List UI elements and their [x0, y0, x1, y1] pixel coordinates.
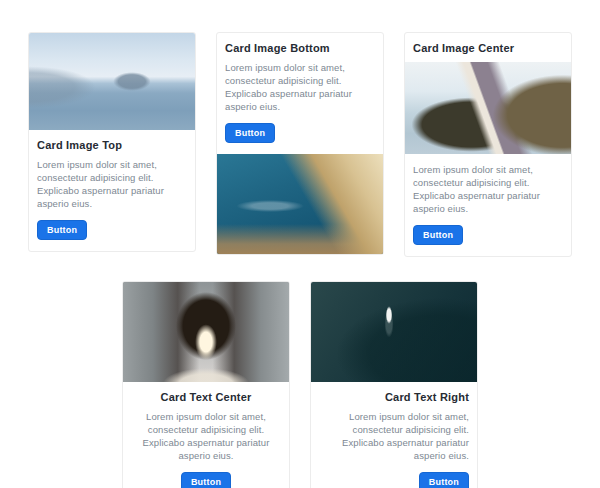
card-text: Lorem ipsum dolor sit amet, consectetur … [131, 410, 281, 462]
card-body: Card Text Right Lorem ipsum dolor sit am… [311, 382, 477, 488]
coastal-road-photo [405, 62, 571, 154]
card-title: Card Text Center [131, 391, 281, 404]
card-showcase-page: Card Image Top Lorem ipsum dolor sit ame… [0, 0, 600, 488]
card-text-center: Card Text Center Lorem ipsum dolor sit a… [122, 281, 290, 488]
card-button[interactable]: Button [37, 220, 87, 240]
card-body: Lorem ipsum dolor sit amet, consectetur … [405, 154, 571, 256]
card-title: Card Text Right [319, 391, 469, 404]
card-body: Card Image Bottom Lorem ipsum dolor sit … [217, 33, 383, 154]
card-text: Lorem ipsum dolor sit amet, consectetur … [319, 410, 469, 462]
card-button[interactable]: Button [181, 472, 231, 488]
card-body: Card Image Top Lorem ipsum dolor sit ame… [29, 130, 195, 251]
card-row-bottom: Card Text Center Lorem ipsum dolor sit a… [0, 281, 600, 488]
card-image-top: Card Image Top Lorem ipsum dolor sit ame… [28, 32, 196, 252]
card-image-bottom: Card Image Bottom Lorem ipsum dolor sit … [216, 32, 384, 255]
card-text: Lorem ipsum dolor sit amet, consectetur … [225, 61, 375, 113]
sea-mist-photo [29, 33, 195, 130]
card-button[interactable]: Button [413, 225, 463, 245]
card-text: Lorem ipsum dolor sit amet, consectetur … [413, 163, 563, 215]
card-image-center: Card Image Center Lorem ipsum dolor sit … [404, 32, 572, 257]
aerial-boat-photo [311, 282, 477, 382]
card-title: Card Image Top [37, 139, 187, 152]
card-header: Card Image Center [405, 33, 571, 62]
ocean-cliff-photo [217, 154, 383, 254]
card-text-right: Card Text Right Lorem ipsum dolor sit am… [310, 281, 478, 488]
card-title: Card Image Bottom [225, 42, 375, 55]
card-text: Lorem ipsum dolor sit amet, consectetur … [37, 158, 187, 210]
card-row-top: Card Image Top Lorem ipsum dolor sit ame… [0, 0, 600, 257]
tunnel-photo [123, 282, 289, 382]
card-button[interactable]: Button [225, 123, 275, 143]
card-title: Card Image Center [413, 42, 563, 55]
card-button[interactable]: Button [419, 472, 469, 488]
card-body: Card Text Center Lorem ipsum dolor sit a… [123, 382, 289, 488]
